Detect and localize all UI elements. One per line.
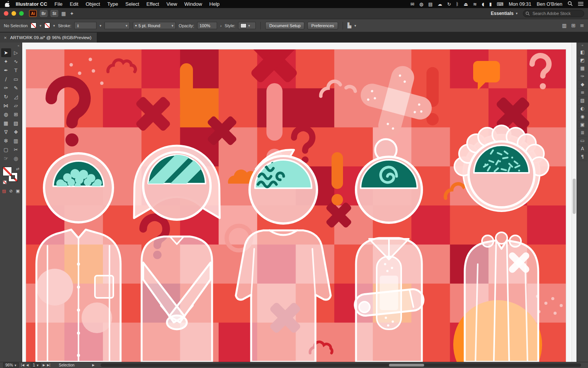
previous-artboard-button[interactable]: ◀ [26, 363, 28, 367]
vertical-scrollbar-thumb[interactable] [573, 179, 576, 214]
opacity-more-icon[interactable]: › [220, 23, 222, 28]
pen-tool[interactable]: ✒ [1, 66, 11, 75]
menu-item[interactable]: Window [185, 1, 202, 7]
symbol-sprayer-tool[interactable]: ✼ [1, 136, 11, 145]
close-tab-icon[interactable]: × [4, 35, 7, 41]
free-transform-tool[interactable]: ▱ [11, 101, 21, 110]
menu-item[interactable]: Effect [147, 1, 159, 7]
expand-panels-icon[interactable]: « [581, 43, 584, 48]
arrange-documents-icon[interactable]: ▦ [61, 11, 66, 16]
notification-center-icon[interactable] [578, 2, 583, 7]
selection-tool[interactable]: ➤ [1, 48, 11, 57]
adobe-stock-search-input[interactable] [523, 10, 584, 17]
panel-transparency-icon[interactable]: ◐ [578, 105, 587, 113]
slice-tool[interactable]: ✂ [11, 145, 21, 154]
line-segment-tool[interactable]: ∕ [1, 75, 11, 84]
fill-color-swatch[interactable] [31, 23, 36, 28]
stroke-stepper[interactable]: ▲▼ [77, 24, 81, 28]
apple-menu[interactable] [5, 1, 10, 7]
brush-definition-dropdown[interactable]: ● 5 pt. Round ▾ [133, 22, 176, 29]
width-tool[interactable]: ⋈ [1, 101, 11, 110]
panel-menu-icon[interactable]: ≡ [580, 23, 584, 28]
menubar-clock[interactable]: Mon 09:31 [509, 2, 531, 7]
menu-item[interactable]: Select [125, 1, 139, 7]
eyedropper-tool[interactable]: ∇ [1, 128, 11, 136]
menu-item[interactable]: Type [107, 1, 118, 7]
shape-builder-tool[interactable]: ◍ [1, 110, 11, 119]
panel-graphic-styles-icon[interactable]: ▣ [578, 121, 587, 129]
status-menu-arrow-icon[interactable]: ▶ [92, 363, 95, 367]
direct-selection-tool[interactable]: ▷ [11, 48, 21, 57]
variable-width-dropdown[interactable]: ▾ [105, 22, 130, 29]
display-icon[interactable]: ▤ [428, 2, 433, 7]
panel-paragraph-icon[interactable]: ¶ [578, 153, 587, 161]
arrange-documents-icon[interactable]: ▥ [562, 23, 567, 28]
last-artboard-button[interactable]: ▶| [47, 363, 51, 367]
align-dropdown-icon[interactable]: ▙ [348, 23, 351, 28]
canvas-area[interactable] [22, 43, 577, 362]
menubar-user[interactable]: Ben O'Brien [537, 2, 562, 7]
draw-mode-icon[interactable]: ▣ [15, 188, 21, 194]
mesh-tool[interactable]: ▦ [1, 119, 11, 128]
mail-icon[interactable]: ✉ [410, 2, 414, 7]
rotate-tool[interactable]: ↻ [1, 92, 11, 101]
lasso-tool[interactable]: ∿ [11, 57, 21, 66]
panel-stroke-icon[interactable]: ≡ [578, 89, 587, 97]
rectangle-tool[interactable]: ▭ [11, 75, 21, 84]
artboard[interactable] [26, 49, 566, 362]
menu-item[interactable]: Edit [70, 1, 78, 7]
zoom-dropdown[interactable]: 96% ▾ [3, 363, 19, 368]
horizontal-scrollbar-thumb[interactable] [389, 364, 424, 366]
next-artboard-button[interactable]: ▶ [42, 363, 45, 367]
style-dropdown[interactable]: ▾ [238, 22, 256, 29]
menu-item[interactable]: Object [86, 1, 100, 7]
swap-fill-stroke-icon[interactable]: ⇄ [16, 167, 19, 171]
gradient-tool[interactable]: ▧ [11, 119, 21, 128]
panel-swatches-icon[interactable]: ▦ [578, 64, 587, 72]
chevron-down-icon[interactable]: ▾ [100, 24, 101, 28]
panel-appearance-icon[interactable]: ◉ [578, 113, 587, 121]
stock-button[interactable]: St [51, 10, 58, 17]
browser-icon[interactable]: ◍ [419, 2, 423, 7]
panel-symbols-icon[interactable]: ◆ [578, 80, 587, 89]
zoom-window-button[interactable] [19, 11, 24, 16]
artboard-tool[interactable]: ▢ [1, 145, 11, 154]
menu-item[interactable]: View [167, 1, 177, 7]
workspace-switcher[interactable]: Essentials ▾ [491, 11, 518, 16]
none-mode-button[interactable]: ⊘ [8, 188, 14, 194]
eject-icon[interactable]: ⏏ [464, 2, 468, 7]
preferences-button[interactable]: Preferences [307, 22, 338, 30]
gradient-mode-button[interactable]: ▨ [1, 188, 7, 194]
column-graph-tool[interactable]: ▥ [11, 136, 21, 145]
chevron-down-icon[interactable]: ▾ [53, 24, 55, 28]
fill-swatch[interactable] [3, 167, 12, 176]
spotlight-icon[interactable] [568, 1, 573, 7]
battery-icon[interactable]: ▮ [489, 2, 492, 7]
vertical-scrollbar[interactable] [572, 43, 577, 362]
panel-color-guide-icon[interactable]: ◩ [578, 56, 587, 64]
stroke-color-swatch[interactable] [44, 23, 50, 28]
menu-item[interactable]: Help [209, 1, 220, 7]
perspective-grid-tool[interactable]: ⊞ [11, 110, 21, 119]
bridge-button[interactable]: Br [40, 10, 47, 17]
sync-icon[interactable]: ↻ [447, 2, 451, 7]
status-display[interactable]: Selection [59, 363, 74, 367]
blend-tool[interactable]: ❖ [11, 128, 21, 136]
bluetooth-icon[interactable]: ᛒ [456, 2, 459, 7]
share-screen-icon[interactable]: ⊞ [571, 23, 575, 28]
panel-brushes-icon[interactable]: ✑ [578, 72, 587, 80]
volume-icon[interactable]: ◖ [482, 2, 484, 7]
artboard-number-dropdown[interactable]: 1 ▾ [31, 363, 41, 368]
menu-item[interactable]: File [54, 1, 62, 7]
menu-item[interactable]: Illustrator CC [16, 1, 47, 7]
scale-tool[interactable]: ◿ [11, 92, 21, 101]
pencil-tool[interactable]: ✎ [11, 84, 21, 92]
document-tab[interactable]: × ARTWORK 09.ai* @ 96% (RGB/Preview) [0, 33, 97, 43]
horizontal-scrollbar[interactable] [101, 363, 581, 367]
creative-cloud-icon[interactable]: ☁ [438, 2, 442, 7]
hand-tool[interactable]: ☞ [1, 154, 11, 163]
gpu-performance-icon[interactable]: ✦ [70, 11, 74, 16]
panel-gradient-icon[interactable]: ▧ [578, 97, 587, 105]
chevron-down-icon[interactable]: ▾ [39, 24, 41, 28]
paintbrush-tool[interactable]: ✑ [1, 84, 11, 92]
